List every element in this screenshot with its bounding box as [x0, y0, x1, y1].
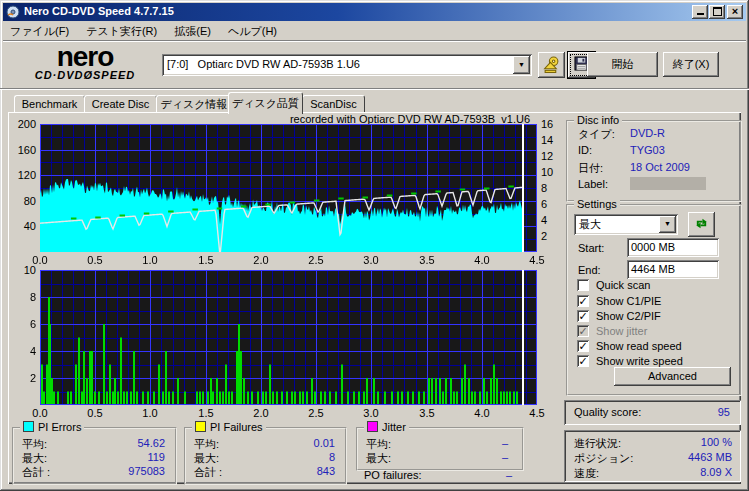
- speed-label: 速度:: [574, 466, 599, 481]
- checkbox-label: Show jitter: [596, 325, 647, 337]
- maximize-button[interactable]: [709, 5, 725, 19]
- pi-errors-title-text: PI Errors: [38, 421, 81, 433]
- axis-tick-label: 6: [541, 198, 547, 210]
- end-field[interactable]: 4464 MB: [627, 260, 719, 279]
- pie-total-value: 975083: [80, 465, 165, 477]
- scan-speed-arrow-button[interactable]: ▼: [659, 216, 676, 233]
- checkbox-show-c1-pie[interactable]: ✓Show C1/PIE: [577, 295, 735, 309]
- axis-tick-label: 0.5: [80, 407, 110, 419]
- menu-separator: [3, 40, 746, 42]
- jitter-avg-label: 平均:: [366, 437, 391, 452]
- settings-group-title: Settings: [574, 198, 620, 210]
- menu-extra[interactable]: 拡張(E): [167, 22, 218, 40]
- axis-tick-label: 8: [10, 291, 36, 303]
- disc-id-label: ID:: [578, 144, 592, 156]
- app-window: Nero CD-DVD Speed 4.7.7.15 × ファイル(F) テスト…: [0, 0, 749, 491]
- quality-score-value: 95: [660, 406, 730, 418]
- axis-tick-label: 40: [10, 220, 36, 232]
- start-field-value: 0000 MB: [631, 241, 675, 253]
- axis-tick-label: 3.5: [412, 254, 442, 266]
- start-button[interactable]: 開始: [587, 52, 658, 77]
- axis-tick-label: 2.5: [301, 407, 331, 419]
- empty-checkbox: [577, 279, 589, 291]
- axis-tick-label: 1.5: [191, 407, 221, 419]
- axis-tick-label: 4.0: [467, 254, 497, 266]
- speed-value: 8.09 X: [640, 466, 732, 478]
- axis-tick-label: 120: [10, 169, 36, 181]
- jitter-group-title: Jitter: [364, 421, 409, 433]
- exit-button[interactable]: 終了(X): [663, 52, 719, 77]
- drive-selector[interactable]: [7:0] Optiarc DVD RW AD-7593B 1.U6 ▼: [162, 54, 532, 76]
- eject-icon: [543, 56, 560, 73]
- axis-tick-label: 0.0: [25, 407, 55, 419]
- axis-tick-label: 4.5: [522, 407, 552, 419]
- pie-max-label: 最大:: [22, 451, 47, 466]
- jitter-max-label: 最大:: [366, 451, 391, 466]
- tab-create-disc[interactable]: Create Disc: [84, 95, 157, 113]
- scan-speed-select[interactable]: 最大 ▼: [574, 214, 678, 235]
- checkbox-show-jitter: ✓Show jitter: [577, 325, 735, 339]
- axis-tick-label: 2: [10, 372, 36, 384]
- axis-tick-label: 1.0: [135, 407, 165, 419]
- tab-benchmark[interactable]: Benchmark: [14, 95, 85, 113]
- axis-tick-label: 160: [10, 144, 36, 156]
- quality-score-label: Quality score:: [574, 406, 641, 418]
- start-field-label: Start:: [578, 242, 604, 254]
- position-label: ポジション:: [574, 451, 633, 466]
- pif-max-label: 最大:: [194, 451, 219, 466]
- checkbox-show-read-speed[interactable]: ✓Show read speed: [577, 340, 735, 354]
- checkmark-icon: ✓: [577, 355, 589, 367]
- menu-file[interactable]: ファイル(F): [3, 22, 76, 40]
- disc-label-label: Label:: [578, 178, 608, 190]
- tab-disc-quality[interactable]: ディスク品質: [228, 92, 303, 114]
- checkbox-label: Show read speed: [596, 340, 682, 352]
- axis-tick-label: 16: [541, 118, 553, 130]
- checkmark-icon: ✓: [577, 340, 589, 352]
- menu-run-test[interactable]: テスト実行(R): [79, 22, 164, 40]
- disc-date-label: 日付:: [578, 161, 603, 176]
- jitter-avg-value: –: [420, 437, 508, 449]
- checkmark-icon: ✓: [577, 325, 589, 337]
- menu-help[interactable]: ヘルプ(H): [221, 22, 284, 40]
- axis-tick-label: 80: [10, 195, 36, 207]
- window-title: Nero CD-DVD Speed 4.7.7.15: [24, 5, 174, 17]
- drive-selector-arrow-button[interactable]: ▼: [513, 56, 530, 74]
- checkmark-icon: ✓: [577, 295, 589, 307]
- tab-scandisc[interactable]: ScanDisc: [302, 95, 365, 113]
- chevron-down-icon: ▼: [518, 61, 525, 68]
- advanced-button[interactable]: Advanced: [614, 367, 731, 386]
- checkbox-label: Show C2/PIF: [596, 310, 661, 322]
- refresh-button[interactable]: [688, 212, 715, 237]
- end-field-label: End:: [578, 264, 601, 276]
- axis-tick-label: 3.0: [356, 407, 386, 419]
- checkmark-icon: ✓: [577, 310, 589, 322]
- axis-tick-label: 4.5: [522, 254, 552, 266]
- close-button[interactable]: ×: [727, 5, 743, 19]
- jitter-max-value: –: [420, 451, 508, 463]
- eject-button[interactable]: [538, 52, 565, 78]
- start-field[interactable]: 0000 MB: [627, 238, 719, 257]
- title-bar[interactable]: Nero CD-DVD Speed 4.7.7.15 ×: [3, 3, 746, 21]
- pif-avg-value: 0.01: [250, 437, 335, 449]
- refresh-arrows-icon: [694, 216, 709, 231]
- axis-tick-label: 14: [541, 134, 553, 146]
- axis-tick-label: 2: [541, 230, 547, 242]
- pi-failures-title-text: PI Failures: [210, 421, 263, 433]
- axis-tick-label: 2.5: [301, 254, 331, 266]
- pi-failures-legend-swatch: [195, 421, 206, 432]
- axis-tick-label: 0.0: [25, 254, 55, 266]
- minimize-button[interactable]: [692, 5, 708, 19]
- pif-max-value: 8: [250, 451, 335, 463]
- axis-tick-label: 10: [541, 166, 553, 178]
- checkbox-quick-scan[interactable]: Quick scan: [577, 279, 735, 293]
- position-value: 4463 MB: [640, 451, 732, 463]
- pif-avg-label: 平均:: [194, 437, 219, 452]
- tab-disc-info[interactable]: ディスク情報: [156, 95, 232, 113]
- pie-speed-chart-canvas: [40, 124, 537, 252]
- end-field-value: 4464 MB: [631, 263, 675, 275]
- axis-tick-label: 12: [541, 150, 553, 162]
- axis-tick-label: 200: [10, 118, 36, 130]
- disc-type-label: タイプ:: [578, 127, 615, 142]
- checkbox-show-c2-pif[interactable]: ✓Show C2/PIF: [577, 310, 735, 324]
- axis-tick-label: 3.0: [356, 254, 386, 266]
